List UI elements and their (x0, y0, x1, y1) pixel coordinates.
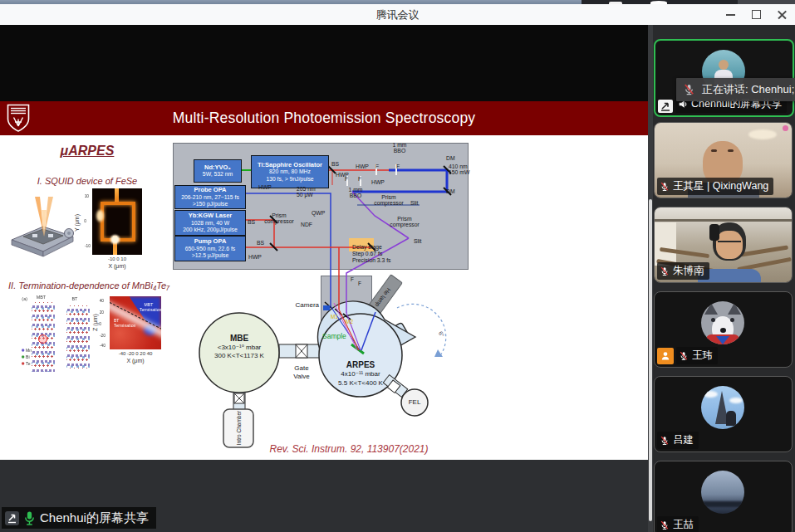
squid-ytick: 0 (84, 219, 86, 223)
nd-yvo4-box: Nd:YVO₄5W, 532 nm (194, 159, 242, 183)
sharing-badge-icon (658, 100, 673, 113)
camera-f2-label: F (358, 281, 361, 286)
camera-icon (323, 305, 330, 310)
close-icon (778, 10, 787, 19)
speaking-toast-text: 正在讲话: Chenhui; (702, 82, 794, 97)
participants-sidebar: Chenhui的屏幕共享 王其星 | QixingWang (648, 25, 795, 532)
screen-share-indicator: Chenhui的屏幕共享 (2, 507, 156, 529)
map-xlabel: X (μm) (110, 358, 161, 364)
mirror1-label: M1 (331, 314, 338, 320)
titlebar: 腾讯会议 (0, 4, 795, 26)
participant-tile-zhubonan[interactable]: 朱博南 (654, 207, 793, 283)
section2-label: II. Termination-dependence of MnBi₄Te₇ (0, 281, 178, 290)
optics-label-prism1: Prism compressor (368, 194, 410, 206)
main-area: Multi-Resolution Photoemission Spectrosc… (0, 25, 795, 532)
legend-item: Mn (22, 348, 32, 352)
mbe-label: MBE (198, 334, 281, 343)
mic-muted-icon (660, 266, 670, 277)
avatar (701, 301, 744, 344)
squid-xlabel: X (μm) (92, 263, 142, 269)
minimize-button[interactable] (718, 4, 743, 25)
optics-label-hwp5: HWP (248, 254, 262, 260)
minimize-icon (726, 14, 735, 16)
mic-muted-icon (683, 83, 695, 96)
speaking-toast: 正在讲话: Chenhui; (676, 78, 795, 101)
arpes-temperature: 5.5 K<T<400 K (324, 379, 397, 387)
participant-name: 吕建 (673, 433, 694, 447)
participant-tile-wangwei[interactable]: 王玮 (654, 291, 793, 368)
mic-muted-icon (660, 520, 670, 531)
termination-map-figure: MBT Termination BT Termination 40 20 0 -… (96, 295, 169, 376)
optics-label-f1: F (375, 164, 379, 169)
sidebar-scrollbar-track (648, 25, 653, 532)
optics-label-delay2: Step 0.67 fs (352, 251, 382, 256)
map-xticks: -40 -20 0 20 40 (110, 351, 161, 356)
tencent-meeting-window: 腾讯会议 Multi-Resolution (0, 0, 795, 532)
uarpes-heading: μARPES (25, 144, 150, 159)
map-ztick: -40 (100, 344, 106, 348)
participant-tile-lvjian[interactable]: 吕建 (654, 376, 793, 452)
avatar (701, 471, 744, 514)
mic-muted-icon (660, 435, 670, 447)
squid-ytick: -10 (85, 244, 91, 248)
name-badge: 王其星 | QixingWang (657, 178, 773, 195)
squid-device-render (5, 193, 78, 263)
optics-label-hwp4: HWP (258, 184, 272, 190)
optics-label-bs1: BS (331, 161, 339, 167)
slide-header-band: Multi-Resolution Photoemission Spectrosc… (0, 101, 648, 135)
crystal-col1-label: MBT (37, 295, 46, 299)
screen-share-icon (5, 511, 19, 525)
optics-label-205nm: 205 nm 50 μW (297, 186, 323, 198)
optics-label-hwp1: HWP (356, 164, 369, 169)
mirror2-label: M2 (346, 319, 353, 325)
window-title: 腾讯会议 (376, 7, 420, 22)
squid-ytick: 10 (85, 194, 89, 198)
optics-label-f4: F (358, 176, 361, 182)
squid-scan-figure: 10 0 -10 -10 0 10 X (μm) Y (μm) (81, 188, 146, 271)
optics-label-bs3: BS (257, 240, 264, 246)
arpes-label: ARPES (327, 360, 394, 369)
screen-share-label: Chenhui的屏幕共享 (40, 510, 149, 526)
optics-label-delay1: Delay stage (352, 244, 382, 250)
participant-name: 朱博南 (673, 264, 704, 278)
participant-tile-wangzhe[interactable]: 王喆 (654, 461, 793, 532)
squid-plot (92, 188, 142, 255)
slide-body: μARPES I. SQUID device of FeSe II. Termi… (0, 135, 648, 460)
gate-valve-label: Gate Valve (287, 364, 316, 381)
yb-kgw-box: Yb:KGW Laser1028 nm, 40 W200 kHz, 200μJ/… (174, 210, 246, 236)
participant-tile-qixingwang[interactable]: 王其星 | QixingWang (654, 122, 793, 198)
maximize-button[interactable] (743, 4, 769, 25)
panel-label: (a) (22, 296, 27, 300)
optics-label-bbo2: 1 mm BBO (344, 187, 367, 198)
optics-label-delay3: Precision 3.3 fs (352, 257, 390, 263)
name-badge: 王喆 (657, 516, 699, 532)
optics-label-dm2: DM (446, 188, 455, 194)
optics-label-prism2: Prism compressor (262, 212, 297, 224)
ti-sapphire-box: Ti:Sapphire Oscillator820 nm, 80 MHz130 … (251, 155, 329, 188)
fel-label: FEL (405, 398, 424, 406)
sidebar-scrollbar-thumb[interactable] (649, 199, 652, 521)
analyzer-angle-label: 6° (438, 330, 446, 339)
attendee-badge-icon (657, 348, 674, 364)
mbe-temperature: 300 K<T<1173 K (198, 352, 281, 359)
crystal-structure-figure: (a) MBT BT Mn Bi Te (22, 295, 96, 374)
participant-name: 王其星 | QixingWang (673, 179, 768, 193)
optics-label-410nm: 410 nm 150 mW (449, 164, 477, 175)
optics-label-hwp3: HWP (371, 179, 385, 185)
optics-label-bbo-top: 1 mm BBO (387, 142, 412, 154)
citation: Rev. Sci. Instrum. 92, 113907(2021) (191, 443, 507, 455)
camera-f1-label: F (351, 276, 354, 282)
crystal-col2-label: BT (71, 296, 77, 300)
optics-label-bs2: BS (248, 219, 255, 225)
shared-screen-view: Multi-Resolution Photoemission Spectrosc… (0, 25, 648, 532)
optics-label-ndf: NDF (301, 222, 312, 227)
close-button[interactable] (769, 4, 795, 25)
mbe-pressure: <3x10⁻¹⁰ mbar (198, 344, 281, 351)
presentation-slide: Multi-Resolution Photoemission Spectrosc… (0, 101, 648, 460)
legend-item: Te (22, 361, 30, 365)
squid-xticks: -10 0 10 (92, 256, 142, 261)
squid-ylabel: Y (μm) (74, 214, 80, 232)
optics-label-prism3: Prism compressor (384, 216, 425, 227)
avatar (701, 386, 744, 429)
sample-label: Sample (322, 332, 346, 340)
